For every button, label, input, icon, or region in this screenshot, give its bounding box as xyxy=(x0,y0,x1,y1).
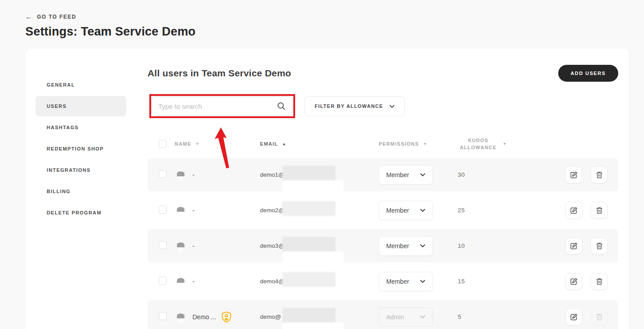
trash-icon xyxy=(596,242,603,250)
users-heading: All users in Team Service Demo xyxy=(148,68,291,79)
user-name: - xyxy=(192,171,195,178)
edit-icon xyxy=(570,171,578,179)
user-name: Demo ... xyxy=(192,313,216,321)
user-email: demo3@ xyxy=(260,242,284,249)
edit-user-button[interactable] xyxy=(565,166,582,183)
edit-user-button[interactable] xyxy=(565,309,582,325)
users-toolbar: FILTER BY ALLOWANCE xyxy=(148,94,618,118)
email-redaction-blur xyxy=(282,201,336,218)
sidebar-item-hashtags[interactable]: HASHTAGS xyxy=(36,117,126,138)
sort-down-icon: ▼ xyxy=(503,142,507,146)
email-redaction-blur xyxy=(282,308,336,324)
user-email: demo@ xyxy=(260,313,281,320)
sidebar-item-redemption-shop[interactable]: REDEMPTION SHOP xyxy=(36,139,126,159)
chevron-down-icon xyxy=(420,209,425,212)
edit-icon xyxy=(570,277,578,285)
edit-user-button[interactable] xyxy=(565,202,582,219)
table-row: - demo4@ Member 15 xyxy=(148,265,618,298)
user-name: - xyxy=(192,278,195,285)
table-row: - demo2@ Member 25 xyxy=(148,194,618,227)
users-table: NAME ▼ EMAIL ▲ PERMISSIONS ▼ KUDOS ALLOW… xyxy=(148,136,618,329)
settings-sidebar: GENERAL USERS HASHTAGS REDEMPTION SHOP I… xyxy=(25,64,148,329)
edit-icon xyxy=(570,242,578,250)
email-redaction-blur xyxy=(282,272,336,289)
user-email: demo2@ xyxy=(260,207,284,214)
chevron-down-icon xyxy=(420,244,425,247)
user-email: demo1@ xyxy=(260,171,284,178)
chevron-down-icon xyxy=(420,280,425,283)
go-to-feed-link[interactable]: ← GO TO FEED xyxy=(25,13,644,20)
trash-icon xyxy=(596,171,603,179)
sidebar-item-delete-program[interactable]: DELETE PROGRAM xyxy=(36,202,126,223)
table-row: - demo1@ Member 30 xyxy=(148,158,618,191)
admin-badge-icon xyxy=(221,311,232,323)
chevron-down-icon xyxy=(389,105,395,108)
column-header-permissions[interactable]: PERMISSIONS ▼ xyxy=(379,141,458,147)
row-checkbox[interactable] xyxy=(159,206,167,214)
column-header-kudos-allowance[interactable]: KUDOS ALLOWANCE ▼ xyxy=(458,137,565,151)
sidebar-item-integrations[interactable]: INTEGRATIONS xyxy=(36,160,126,180)
table-row: Demo ... demo@ Admin 5 xyxy=(148,300,618,329)
sort-up-icon: ▲ xyxy=(282,142,287,146)
delete-button[interactable] xyxy=(591,309,608,325)
table-body: - demo1@ Member 30 xyxy=(148,158,618,329)
page-header: ← GO TO FEED Settings: Team Service Demo xyxy=(0,0,644,39)
permission-dropdown[interactable]: Member xyxy=(379,272,433,291)
search-input[interactable] xyxy=(152,96,293,116)
sort-down-icon: ▼ xyxy=(196,142,200,146)
sidebar-item-general[interactable]: GENERAL xyxy=(36,75,126,95)
add-users-button[interactable]: ADD USERS xyxy=(558,65,618,82)
permission-dropdown[interactable]: Member xyxy=(379,165,433,185)
go-to-feed-label: GO TO FEED xyxy=(37,14,76,20)
permission-dropdown[interactable]: Member xyxy=(379,236,433,256)
trash-icon xyxy=(596,313,603,321)
users-panel: All users in Team Service Demo ADD USERS… xyxy=(148,64,629,329)
kudos-allowance-value: 5 xyxy=(458,313,565,320)
sort-down-icon: ▼ xyxy=(423,142,428,146)
table-header-row: NAME ▼ EMAIL ▲ PERMISSIONS ▼ KUDOS ALLOW… xyxy=(148,136,618,152)
edit-icon xyxy=(570,313,578,321)
edit-icon xyxy=(570,206,578,214)
page-title: Settings: Team Service Demo xyxy=(25,25,644,39)
row-checkbox[interactable] xyxy=(159,277,167,285)
user-name: - xyxy=(192,242,195,250)
email-redaction-blur xyxy=(282,166,336,182)
settings-card: GENERAL USERS HASHTAGS REDEMPTION SHOP I… xyxy=(25,49,629,329)
delete-button[interactable] xyxy=(591,273,608,290)
kudos-allowance-value: 25 xyxy=(458,207,565,214)
column-header-name[interactable]: NAME ▼ xyxy=(175,141,260,147)
email-redaction-blur xyxy=(282,322,344,329)
permission-dropdown[interactable]: Member xyxy=(379,201,433,220)
row-checkbox[interactable] xyxy=(159,312,167,320)
filter-label: FILTER BY ALLOWANCE xyxy=(315,103,383,109)
trash-icon xyxy=(596,206,603,214)
sidebar-item-billing[interactable]: BILLING xyxy=(36,181,126,202)
back-arrow-icon: ← xyxy=(25,13,32,20)
email-redaction-blur xyxy=(282,237,336,253)
permission-dropdown[interactable]: Admin xyxy=(379,307,433,327)
kudos-allowance-value: 15 xyxy=(458,278,565,285)
chevron-down-icon xyxy=(420,315,425,318)
kudos-allowance-value: 10 xyxy=(458,242,565,249)
filter-by-allowance-dropdown[interactable]: FILTER BY ALLOWANCE xyxy=(304,96,405,116)
sidebar-item-users[interactable]: USERS xyxy=(36,96,126,116)
annotation-highlight-box xyxy=(149,94,295,118)
delete-button[interactable] xyxy=(591,238,608,254)
chevron-down-icon xyxy=(420,173,425,176)
delete-button[interactable] xyxy=(591,202,608,219)
edit-user-button[interactable] xyxy=(565,238,582,254)
row-checkbox[interactable] xyxy=(159,170,167,178)
edit-user-button[interactable] xyxy=(565,273,582,290)
search-icon xyxy=(277,102,286,112)
kudos-allowance-value: 30 xyxy=(458,171,565,178)
user-email: demo4@ xyxy=(260,278,284,285)
trash-icon xyxy=(596,277,603,285)
row-checkbox[interactable] xyxy=(159,241,167,249)
delete-button[interactable] xyxy=(591,166,608,183)
user-name: - xyxy=(192,207,195,214)
column-header-email[interactable]: EMAIL ▲ xyxy=(260,141,379,147)
search-box xyxy=(152,96,293,116)
table-row: - demo3@ Member 10 xyxy=(148,229,618,262)
select-all-checkbox[interactable] xyxy=(159,140,167,148)
